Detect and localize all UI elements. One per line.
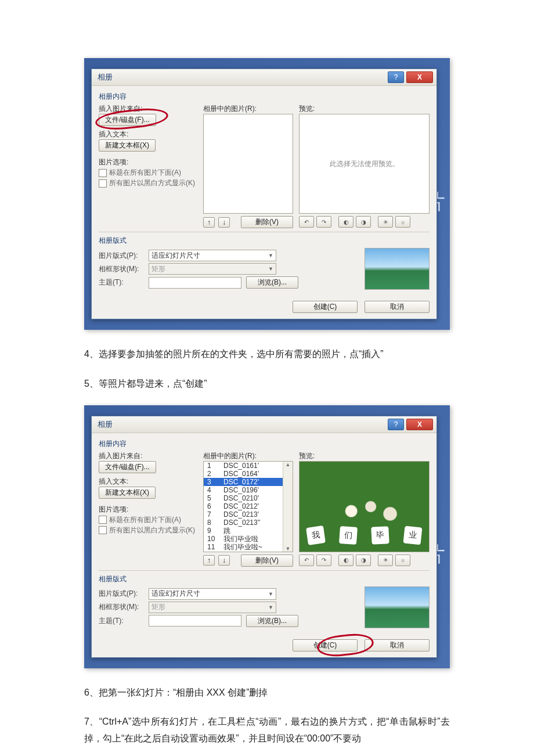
pics-in-album-label: 相册中的图片(R): <box>203 104 293 114</box>
preview-card: 毕 <box>371 526 389 545</box>
caption-checkbox[interactable]: 标题在所有图片下面(A) <box>99 168 197 178</box>
theme-input-2[interactable] <box>149 615 241 627</box>
section-layout-label-2: 相册版式 <box>99 573 430 586</box>
image-adjust-icons-2: ↶ ↷ ◐ ◑ ☀ ☼ <box>299 555 430 566</box>
caption-checkbox-label: 标题在所有图片下面(A) <box>109 168 181 178</box>
new-textbox-button[interactable]: 新建文本框(X) <box>99 139 156 152</box>
picture-listbox[interactable]: 1DSC_0161'2DSC_0164'3DSC_0172'4DSC_0196'… <box>203 461 293 552</box>
bw-checkbox-2[interactable]: 所有图片以黑白方式显示(K) <box>99 525 197 535</box>
list-item[interactable]: 1DSC_0161' <box>204 462 293 470</box>
move-down-button-2[interactable]: ↓ <box>218 555 230 566</box>
brightness-up-icon[interactable]: ☀ <box>378 216 393 228</box>
picture-listbox-empty[interactable] <box>203 114 293 214</box>
list-item[interactable]: 8DSC_0213'' <box>204 519 293 527</box>
dialog-body-2: 相册内容 插入图片来自: 文件/磁盘(F)... 插入文本: 新建文本框(X) … <box>92 433 436 635</box>
contrast-up-icon[interactable]: ◐ <box>338 216 353 228</box>
layout-combo-2[interactable]: 适应幻灯片尺寸▼ <box>149 588 276 600</box>
layout-combo[interactable]: 适应幻灯片尺寸▼ <box>149 250 276 261</box>
cancel-button[interactable]: 取消 <box>365 301 430 313</box>
frame-combo-value: 矩形 <box>151 264 165 274</box>
remove-button[interactable]: 删除(V) <box>241 216 293 228</box>
preview-image: 我们毕业 <box>300 462 429 552</box>
pic-options-label-2: 图片选项: <box>99 505 197 514</box>
layout-thumbnail <box>365 248 430 290</box>
insert-text-label: 插入文本: <box>99 129 197 139</box>
close-button[interactable]: X <box>406 71 433 83</box>
list-item[interactable]: 7DSC_0213' <box>204 510 293 519</box>
list-item[interactable]: 12我要飞~ <box>204 551 293 552</box>
image-adjust-icons: ↶ ↷ ◐ ◑ ☀ ☼ <box>299 216 430 228</box>
brightness-up-icon-2[interactable]: ☀ <box>378 555 393 566</box>
dialog-body: 相册内容 插入图片来自: 文件/磁盘(F)... 插入文本: 新建文本框(X) … <box>92 86 436 296</box>
screenshot-1: 片 相册 ? X 相册内容 插入图片来自: 文件/磁盘(F)... 插入文本: … <box>84 58 450 330</box>
frame-field-label-2: 相框形状(M): <box>99 602 144 612</box>
caption-checkbox-2[interactable]: 标题在所有图片下面(A) <box>99 515 197 525</box>
scrollbar[interactable] <box>283 462 293 552</box>
close-button-2[interactable]: X <box>406 419 433 430</box>
frame-combo: 矩形▼ <box>149 263 276 275</box>
screenshot-2: 片 相册 ? X 相册内容 插入图片来自: 文件/磁盘(F)... 插入文本: … <box>84 405 450 668</box>
contrast-down-icon-2[interactable]: ◑ <box>356 555 371 566</box>
remove-button-2[interactable]: 删除(V) <box>241 555 293 567</box>
move-up-button-2[interactable]: ↑ <box>203 555 215 566</box>
file-disk-button-2[interactable]: 文件/磁盘(F)... <box>99 461 156 473</box>
insert-from-label-2: 插入图片来自: <box>99 451 197 461</box>
brightness-down-icon[interactable]: ☼ <box>395 216 410 228</box>
layout-combo-value-2: 适应幻灯片尺寸 <box>151 589 200 599</box>
layout-combo-value: 适应幻灯片尺寸 <box>151 251 200 261</box>
section-content-label-2: 相册内容 <box>99 438 430 451</box>
dialog-titlebar: 相册 ? X <box>92 69 436 86</box>
contrast-down-icon[interactable]: ◑ <box>356 216 371 228</box>
rotate-left-icon-2[interactable]: ↶ <box>299 555 314 566</box>
list-item[interactable]: 5DSC_0210' <box>204 494 293 502</box>
move-up-button[interactable]: ↑ <box>203 217 215 228</box>
album-dialog-2: 相册 ? X 相册内容 插入图片来自: 文件/磁盘(F)... 插入文本: 新建… <box>91 416 437 658</box>
caption-checkbox-label-2: 标题在所有图片下面(A) <box>109 515 181 525</box>
section-layout-label: 相册版式 <box>99 235 430 248</box>
file-disk-button[interactable]: 文件/磁盘(F)... <box>99 114 156 126</box>
brightness-down-icon-2[interactable]: ☼ <box>395 555 410 566</box>
step-7: 7、“Ctrl+A”选中所有幻灯片，在工具栏点“动画”，最右边的换片方式，把“单… <box>84 714 450 747</box>
list-item[interactable]: 3DSC_0172' <box>204 478 293 486</box>
theme-field-label-2: 主题(T): <box>99 616 144 626</box>
pics-in-album-label-2: 相册中的图片(R): <box>203 451 293 461</box>
bw-checkbox[interactable]: 所有图片以黑白方式显示(K) <box>99 178 197 188</box>
preview-card: 们 <box>339 526 358 545</box>
theme-input[interactable] <box>149 277 241 289</box>
cancel-button-2[interactable]: 取消 <box>365 639 430 651</box>
list-item[interactable]: 6DSC_0212' <box>204 502 293 510</box>
step-5: 5、等照片都导进来，点“创建” <box>84 376 450 393</box>
preview-card: 我 <box>306 525 326 545</box>
frame-combo-2: 矩形▼ <box>149 602 276 613</box>
dialog-titlebar-2: 相册 ? X <box>92 416 436 433</box>
browse-button[interactable]: 浏览(B)... <box>246 276 298 289</box>
dialog-title: 相册 <box>98 72 385 82</box>
browse-button-2[interactable]: 浏览(B)... <box>246 615 298 627</box>
rotate-right-icon-2[interactable]: ↷ <box>316 555 331 566</box>
contrast-up-icon-2[interactable]: ◐ <box>338 555 353 566</box>
list-item[interactable]: 11我们毕业啦~ <box>204 543 293 551</box>
new-textbox-button-2[interactable]: 新建文本框(X) <box>99 487 156 499</box>
preview-cards: 我们毕业 <box>307 527 421 544</box>
rotate-right-icon[interactable]: ↷ <box>316 216 331 228</box>
list-item[interactable]: 10我们毕业啦 <box>204 535 293 543</box>
step-4: 4、选择要参加抽签的照片所在的文件夹，选中所有需要的照片，点“插入” <box>84 346 450 363</box>
list-item[interactable]: 4DSC_0196' <box>204 486 293 494</box>
dialog-title-2: 相册 <box>98 419 385 430</box>
bw-checkbox-label: 所有图片以黑白方式显示(K) <box>109 178 195 188</box>
help-button-2[interactable]: ? <box>388 419 404 430</box>
move-down-button[interactable]: ↓ <box>218 217 230 228</box>
list-item[interactable]: 9跳 <box>204 527 293 535</box>
create-button[interactable]: 创建(C) <box>293 301 358 313</box>
step-6: 6、把第一张幻灯片：“相册由 XXX 创建”删掉 <box>84 685 450 701</box>
insert-text-label-2: 插入文本: <box>99 477 197 487</box>
theme-field-label: 主题(T): <box>99 278 144 287</box>
pic-options-label: 图片选项: <box>99 157 197 167</box>
section-content-label: 相册内容 <box>99 91 430 104</box>
layout-field-label: 图片版式(P): <box>99 251 144 261</box>
create-button-2[interactable]: 创建(C) <box>293 639 358 651</box>
document-page: 片 相册 ? X 相册内容 插入图片来自: 文件/磁盘(F)... 插入文本: … <box>0 0 534 756</box>
help-button[interactable]: ? <box>388 71 404 83</box>
list-item[interactable]: 2DSC_0164' <box>204 470 293 478</box>
rotate-left-icon[interactable]: ↶ <box>299 216 314 228</box>
